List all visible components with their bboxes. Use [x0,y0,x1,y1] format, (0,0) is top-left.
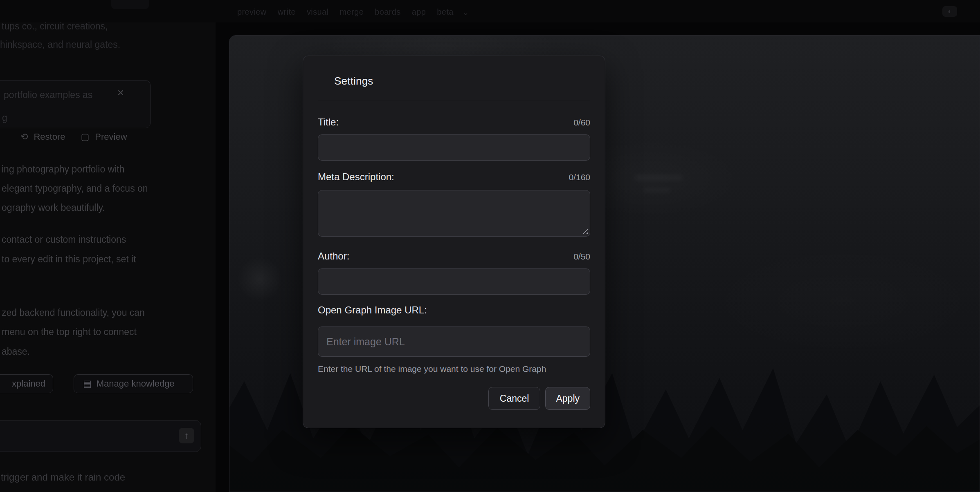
top-bar: preview write visual merge boards app be… [0,0,980,22]
menu-item[interactable]: preview [237,7,267,17]
topbar-menu: preview write visual merge boards app be… [237,7,469,17]
chip-label: Manage knowledge [97,378,175,389]
og-field-row: Open Graph Image URL: [318,304,590,316]
preview-icon: ▢ [81,132,89,142]
canvas-highlight [634,174,683,181]
chat-paragraph-line: zed backend functionality, you can [2,307,145,318]
chat-paragraph-line: ography work beautifully. [2,202,105,213]
restore-button[interactable]: ⟲ Restore [20,132,65,142]
meta-description-wrap [318,190,590,237]
chat-footer-line: trigger and make it rain code [1,472,125,483]
title-counter: 0/60 [573,118,590,127]
canvas-highlight [643,188,671,192]
chip-label: xplained [12,378,45,389]
chat-paragraph-line: menu on the top right to connect [2,327,137,338]
menu-item[interactable]: merge [340,7,364,17]
chevron-down-icon[interactable]: ⌄ [462,7,469,17]
explained-chip[interactable]: xplained [0,374,53,393]
meta-field-row: Meta Description: 0/160 [318,171,590,183]
author-input[interactable] [318,268,590,295]
menu-item[interactable]: visual [307,7,329,17]
chat-paragraph-line: contact or custom instructions [2,234,126,245]
og-image-url-label: Open Graph Image URL: [318,304,427,316]
modal-button-row: Cancel Apply [318,387,590,410]
chat-paragraph-line: elegant typography, and a focus on [2,183,148,194]
restore-icon: ⟲ [20,132,28,142]
author-counter: 0/50 [573,252,590,262]
cancel-button[interactable]: Cancel [488,387,541,410]
menu-item[interactable]: app [412,7,426,17]
theme-toggle-icon[interactable]: ◐ [942,6,957,17]
preview-button[interactable]: ▢ Preview [81,132,127,142]
send-icon[interactable]: ↑ [179,428,194,443]
meta-description-counter: 0/160 [569,172,590,182]
suggestion-chips: xplained ▤ Manage knowledge [0,374,216,393]
meta-description-textarea[interactable] [318,190,590,237]
chat-paragraph-line: ing photography portfolio with [2,164,124,175]
version-card-text: g [2,112,7,123]
meta-description-label: Meta Description: [318,171,394,183]
version-card-text: portfolio examples as [4,89,92,101]
chat-message-line: tups co., circuit creations, [2,22,108,32]
author-field-row: Author: 0/50 [318,250,590,262]
close-icon[interactable]: × [117,87,124,98]
chat-paragraph-line: abase. [2,346,30,357]
preview-label: Preview [95,132,127,142]
author-label: Author: [318,250,349,262]
manage-knowledge-chip[interactable]: ▤ Manage knowledge [74,374,193,393]
chat-message-line: hinkspace, and neural gates. [0,39,120,50]
title-field-row: Title: 0/60 [318,116,590,128]
sidebar-tab[interactable] [111,0,149,9]
apply-button[interactable]: Apply [545,387,590,410]
chat-composer[interactable]: ↑ [0,420,201,452]
menu-item[interactable]: boards [375,7,401,17]
chat-paragraph-line: to every edit in this project, set it [2,254,136,265]
title-input[interactable] [318,134,590,161]
canvas-glow [235,255,284,304]
settings-modal: Settings Title: 0/60 Meta Description: 0… [303,56,605,428]
restore-label: Restore [34,132,65,142]
knowledge-icon: ▤ [83,378,92,389]
version-actions: ⟲ Restore ▢ Preview [20,132,127,142]
modal-title: Settings [334,75,590,87]
menu-item[interactable]: beta [437,7,454,17]
chat-sidebar: tups co., circuit creations, hinkspace, … [0,22,216,492]
og-image-url-input[interactable] [318,327,590,357]
menu-item[interactable]: write [278,7,296,17]
modal-divider [318,100,590,100]
og-helper-text: Enter the URL of the image you want to u… [318,364,590,374]
version-card[interactable]: portfolio examples as × g [0,80,151,128]
title-label: Title: [318,116,339,128]
